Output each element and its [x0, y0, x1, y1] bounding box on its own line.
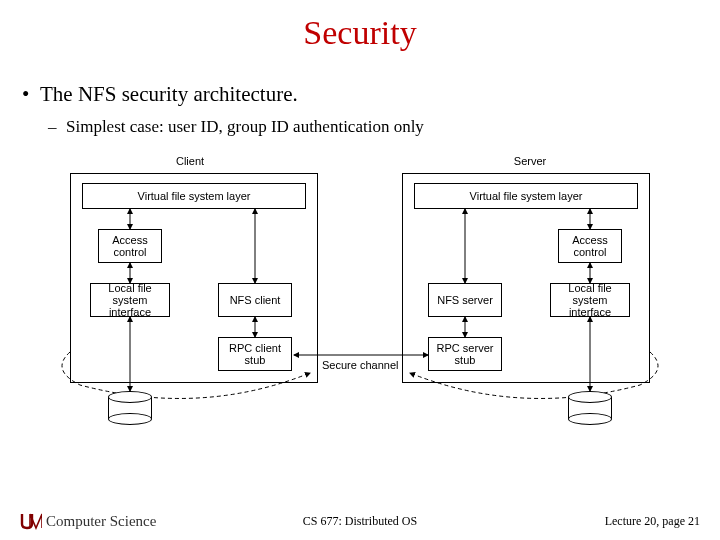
architecture-diagram: Client Server Virtual file s [60, 155, 660, 435]
sub-bullet: – Simplest case: user ID, group ID authe… [22, 117, 720, 137]
rpc-server-stub-box: RPC server stub [428, 337, 502, 371]
sub-bullet-text: Simplest case: user ID, group ID authent… [66, 117, 424, 137]
slide-title: Security [0, 14, 720, 52]
server-disk-icon [568, 391, 612, 425]
bullet-dot-icon: • [22, 82, 40, 107]
client-disk-icon [108, 391, 152, 425]
nfs-client-box: NFS client [218, 283, 292, 317]
content-area: • The NFS security architecture. – Simpl… [0, 82, 720, 137]
server-access-control-box: Access control [558, 229, 622, 263]
client-vfs-box: Virtual file system layer [82, 183, 306, 209]
server-local-fs-box: Local file system interface [550, 283, 630, 317]
bullet-main: • The NFS security architecture. [22, 82, 720, 107]
rpc-client-stub-box: RPC client stub [218, 337, 292, 371]
dash-icon: – [48, 117, 66, 137]
server-vfs-box: Virtual file system layer [414, 183, 638, 209]
secure-channel-label: Secure channel [322, 359, 398, 371]
bullet-text: The NFS security architecture. [40, 82, 298, 107]
footer-center-text: CS 677: Distributed OS [0, 514, 720, 529]
slide-footer: Computer Science CS 677: Distributed OS … [0, 512, 720, 530]
nfs-server-box: NFS server [428, 283, 502, 317]
client-access-control-box: Access control [98, 229, 162, 263]
client-local-fs-box: Local file system interface [90, 283, 170, 317]
